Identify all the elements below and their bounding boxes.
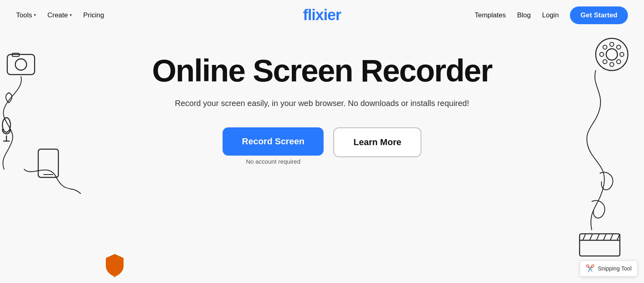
nav-left: Tools ▾ Create ▾ Pricing [16,11,104,19]
shield-decoration [105,253,125,279]
nav-right: Templates Blog Login Get Started [475,6,628,24]
svg-rect-18 [580,234,620,256]
create-chevron-icon: ▾ [70,12,72,18]
svg-line-24 [610,234,613,240]
nav-pricing[interactable]: Pricing [83,11,104,19]
learn-more-button[interactable]: Learn More [333,127,421,157]
nav-login[interactable]: Login [542,11,559,19]
hero-subheadline: Record your screen easily, in your web b… [175,99,469,108]
nav-pricing-label: Pricing [83,11,104,19]
nav-tools-label: Tools [16,11,32,19]
svg-line-20 [583,234,586,240]
nav-logo-container: flixier [303,6,341,24]
svg-line-22 [597,234,599,240]
svg-line-21 [590,234,592,240]
nav-templates[interactable]: Templates [475,11,506,19]
svg-line-25 [617,234,620,240]
site-logo[interactable]: flixier [303,6,341,23]
nav-create-label: Create [47,11,68,19]
snipping-tool-badge: ✂️ Snipping Tool [580,260,638,277]
snipping-tool-icon: ✂️ [586,264,594,273]
svg-line-23 [603,234,606,240]
snipping-tool-label: Snipping Tool [598,265,632,272]
hero-headline: Online Screen Recorder [152,54,492,87]
record-screen-button[interactable]: Record Screen [223,127,324,156]
navbar: Tools ▾ Create ▾ Pricing flixier Templat… [0,0,644,30]
cta-buttons-row: Record Screen No account required Learn … [223,127,421,165]
nav-tools[interactable]: Tools ▾ [16,11,36,19]
hero-section: Online Screen Recorder Record your scree… [0,30,644,170]
nav-create[interactable]: Create ▾ [47,11,72,19]
nav-blog[interactable]: Blog [517,11,531,19]
no-account-label: No account required [246,158,300,165]
get-started-button[interactable]: Get Started [570,6,628,24]
tools-chevron-icon: ▾ [34,12,36,18]
